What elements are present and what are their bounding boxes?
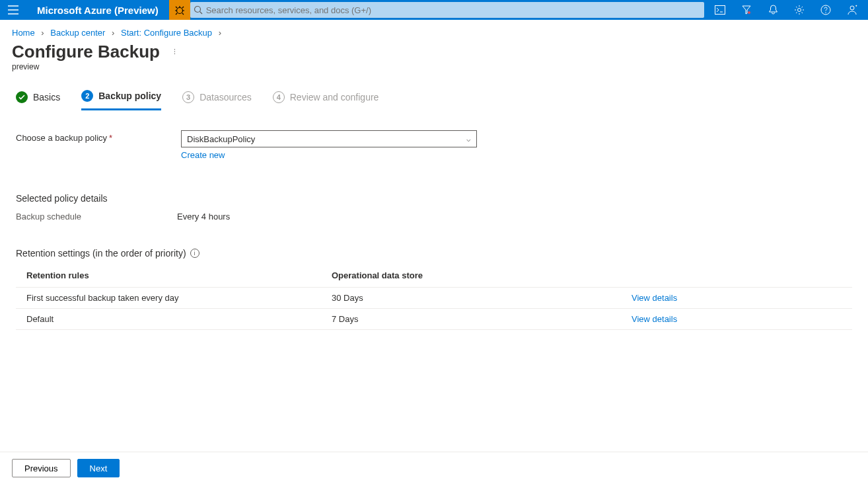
retention-store: 30 Days	[332, 293, 632, 303]
next-button[interactable]: Next	[77, 459, 120, 477]
title-row: Configure Backup ⋯	[0, 40, 868, 62]
settings-icon[interactable]	[786, 0, 813, 20]
choose-policy-label: Choose a backup policy*	[16, 130, 181, 143]
chevron-right-icon: ›	[112, 28, 114, 38]
step-number: 2	[81, 90, 93, 102]
required-marker: *	[109, 133, 112, 143]
cloud-shell-icon[interactable]	[707, 0, 733, 20]
notifications-icon[interactable]	[760, 0, 786, 20]
more-actions-button[interactable]: ⋯	[170, 48, 178, 56]
step-basics[interactable]: Basics	[16, 86, 60, 110]
create-new-link[interactable]: Create new	[181, 150, 225, 160]
table-row: Default 7 Days View details	[16, 308, 852, 330]
breadcrumb-configure-backup[interactable]: Start: Configure Backup	[121, 28, 212, 38]
choose-policy-row: Choose a backup policy* DiskBackupPolicy…	[16, 130, 852, 160]
view-details-link[interactable]: View details	[632, 293, 677, 303]
step-review[interactable]: 4 Review and configure	[273, 86, 379, 110]
step-label: Backup policy	[98, 91, 161, 101]
chevron-right-icon: ›	[219, 28, 221, 38]
info-icon[interactable]: i	[190, 249, 199, 258]
retention-rule: First successful backup taken every day	[26, 293, 332, 303]
retention-heading: Retention settings (in the order of prio…	[16, 248, 852, 259]
svg-point-4	[798, 9, 801, 12]
topbar: Microsoft Azure (Preview)	[0, 0, 868, 20]
col-retention-rules: Retention rules	[26, 270, 332, 280]
dropdown-value: DiskBackupPolicy	[187, 134, 255, 144]
retention-rule: Default	[26, 314, 332, 324]
step-number: 3	[182, 91, 194, 103]
topbar-actions	[704, 0, 868, 20]
svg-point-3	[748, 11, 750, 14]
bug-icon[interactable]	[169, 0, 190, 20]
step-datasources[interactable]: 3 Datasources	[182, 86, 252, 110]
step-label: Basics	[33, 92, 60, 102]
step-number: 4	[273, 91, 285, 103]
breadcrumb: Home › Backup center › Start: Configure …	[0, 20, 868, 40]
retention-table: Retention rules Operational data store F…	[16, 270, 852, 330]
footer: Previous Next	[0, 452, 868, 484]
backup-schedule-row: Backup schedule Every 4 hours	[16, 212, 852, 222]
svg-point-1	[194, 7, 200, 13]
search-input[interactable]	[206, 5, 704, 15]
svg-point-0	[176, 8, 182, 14]
backup-schedule-value: Every 4 hours	[177, 212, 230, 222]
check-icon	[16, 91, 28, 103]
previous-button[interactable]: Previous	[12, 459, 71, 477]
svg-rect-2	[715, 6, 725, 15]
backup-policy-dropdown[interactable]: DiskBackupPolicy ⌵	[181, 130, 477, 147]
help-icon[interactable]	[813, 0, 839, 20]
search-icon	[190, 5, 206, 15]
backup-schedule-label: Backup schedule	[16, 212, 177, 222]
filter-icon[interactable]	[733, 0, 760, 20]
feedback-icon[interactable]	[839, 0, 865, 20]
chevron-right-icon: ›	[41, 28, 44, 38]
table-row: First successful backup taken every day …	[16, 287, 852, 308]
svg-point-6	[825, 12, 826, 13]
svg-point-7	[850, 6, 854, 10]
hamburger-menu[interactable]	[0, 0, 26, 20]
step-backup-policy[interactable]: 2 Backup policy	[81, 85, 161, 110]
step-label: Datasources	[199, 92, 252, 102]
brand-label[interactable]: Microsoft Azure (Preview)	[26, 5, 169, 16]
page-title: Configure Backup	[12, 42, 160, 62]
content-area: Choose a backup policy* DiskBackupPolicy…	[0, 110, 868, 452]
table-header: Retention rules Operational data store	[16, 270, 852, 287]
selected-policy-heading: Selected policy details	[16, 193, 852, 204]
search-bar[interactable]	[190, 2, 704, 18]
breadcrumb-backup-center[interactable]: Backup center	[50, 28, 105, 38]
step-label: Review and configure	[290, 92, 379, 102]
view-details-link[interactable]: View details	[632, 314, 677, 324]
chevron-down-icon: ⌵	[466, 135, 471, 143]
retention-store: 7 Days	[332, 314, 632, 324]
page-subtitle: preview	[0, 62, 868, 85]
stepper: Basics 2 Backup policy 3 Datasources 4 R…	[0, 85, 868, 110]
breadcrumb-home[interactable]: Home	[12, 28, 35, 38]
col-operational-store: Operational data store	[332, 270, 632, 280]
